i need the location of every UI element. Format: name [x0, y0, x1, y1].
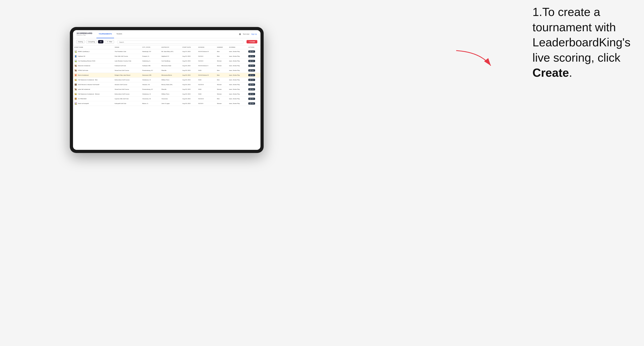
hosted-by-cell: Mt. Saint Mary (NY) — [160, 49, 181, 54]
gender-cell: Women — [216, 87, 228, 92]
date-cell: Aug 28, 2023 — [181, 82, 197, 87]
edit-icon — [250, 74, 251, 76]
tournaments-table: EVENT NAME VENUE CITY, STATE HOSTED BY S… — [73, 45, 260, 106]
event-name-cell: ⛳ Klash at Kokopelli — [74, 102, 112, 105]
edit-button[interactable]: Edit — [248, 55, 255, 57]
team-icon: ⛳ — [74, 102, 77, 105]
competing-filter-btn[interactable]: Competing — [86, 40, 97, 43]
edit-button[interactable]: Edit — [248, 69, 255, 72]
actions-cell: Edit — [247, 54, 260, 59]
hosted-by-cell: Pikeville — [160, 87, 181, 92]
edit-icon — [250, 84, 251, 85]
venue-cell: Kokopelli Golf Club — [113, 101, 141, 106]
hosted-by-cell: John A Logan — [160, 101, 181, 106]
scoring-cell: team, Stroke Play — [228, 97, 247, 101]
search-input[interactable] — [117, 40, 243, 44]
event-name-cell: 🦁 VU PREVIEW — [74, 97, 112, 100]
city-cell: Prestonsburg, KY — [141, 68, 160, 73]
edit-button[interactable]: Edit — [248, 74, 255, 76]
create-button[interactable]: + Create — [246, 40, 257, 43]
event-name: Fall Statesmen Invitational - Women — [78, 93, 100, 95]
actions-cell: Edit — [247, 101, 260, 106]
date-cell: Aug 28, 2023 — [181, 92, 197, 97]
table-row: ⛳ MSMC Qualifying 1 The Powelton Club Ne… — [73, 49, 260, 54]
actions-cell: Edit — [247, 82, 260, 87]
actions-cell: Edit — [247, 78, 260, 82]
team-icon: 🦁 — [74, 97, 77, 100]
venue-cell: Edmundson Golf Course — [113, 92, 141, 97]
scoring-cell: team, Stroke Play — [228, 82, 247, 87]
event-name-cell: ⛳ Carl Sandburg Women FA23 — [74, 60, 112, 62]
division-cell: NCAA Division II — [197, 63, 216, 68]
filter-icon-btn[interactable]: Filter — [105, 40, 114, 44]
date-cell: Aug 28, 2023 — [181, 73, 197, 78]
edit-icon — [250, 51, 251, 52]
edit-icon — [250, 79, 251, 81]
venue-cell: Ruttger's Bay Lake Resort — [113, 73, 141, 78]
division-cell: NJCAA II — [197, 97, 216, 101]
hosted-by-cell: Highland CC — [160, 54, 181, 59]
nav-tab-tournaments[interactable]: TOURNAMENTS — [96, 30, 114, 38]
division-cell: NAIA — [197, 68, 216, 73]
edit-button[interactable]: Edit — [248, 98, 255, 100]
gender-cell: Women — [216, 92, 228, 97]
hosting-filter-btn[interactable]: Hosting — [76, 40, 85, 43]
actions-cell: Edit — [247, 97, 260, 101]
division-cell: NJCAA I — [197, 59, 216, 63]
division-cell: NCAA Division III — [197, 49, 216, 54]
edit-button[interactable]: Edit — [248, 93, 255, 95]
table-header-row: EVENT NAME VENUE CITY, STATE HOSTED BY S… — [73, 45, 260, 49]
edit-icon — [250, 98, 251, 99]
annotation-text: 1.To create a tournament with Leaderboar… — [532, 4, 630, 81]
city-cell: Deerwood, MN — [141, 73, 160, 78]
gender-cell: Men — [216, 54, 228, 59]
edit-button[interactable]: Edit — [248, 65, 255, 67]
edit-button[interactable]: Edit — [248, 50, 255, 53]
date-cell: Aug 24, 2023 — [181, 49, 197, 54]
edit-button[interactable]: Edit — [248, 83, 255, 86]
table-row: 🐻 2023 Women's Hesston Fall Kickoff Hess… — [73, 82, 260, 87]
scoring-cell: team, Stroke Play — [228, 54, 247, 59]
event-name: Fall Statesmen Invitational - Men — [78, 79, 98, 81]
city-cell: Oskaloosa, IA — [141, 92, 160, 97]
event-name: Carl Sandburg Women FA23 — [78, 60, 95, 62]
edit-button[interactable]: Edit — [248, 79, 255, 81]
nav-signup-link[interactable]: Sign Up — [251, 33, 257, 35]
edit-icon — [250, 70, 251, 71]
venue-cell: Lake Bracken Country Club — [113, 59, 141, 63]
edit-button[interactable]: Edit — [248, 102, 255, 105]
event-name: MSMC Qualifying 1 — [78, 51, 90, 52]
gear-icon[interactable] — [239, 33, 241, 35]
event-name: upike fall invitational — [78, 89, 90, 90]
nav-bar: SCOREBOARD Powered by Clippr TOURNAMENTS… — [73, 30, 260, 38]
table-row: 🦁 VU PREVIEW Cypress Hills Golf Club Vin… — [73, 97, 260, 101]
scoring-cell: team, Stroke Play — [228, 87, 247, 92]
date-cell: Aug 28, 2023 — [181, 101, 197, 106]
actions-cell: Edit — [247, 59, 260, 63]
col-city-state: CITY, STATE — [141, 45, 160, 49]
city-cell: Marion, IL — [141, 101, 160, 106]
hosted-by-cell: Pikeville — [160, 68, 181, 73]
gender-cell: Men — [216, 97, 228, 101]
event-name-cell: 🐝 Fall Statesmen Invitational - Women — [74, 93, 112, 95]
event-name: Maverick Invitational — [78, 65, 90, 66]
event-name-cell: 👤 Highland 36 — [74, 55, 112, 58]
logo-area: SCOREBOARD Powered by Clippr — [76, 32, 92, 36]
all-filter-btn[interactable]: All — [98, 40, 103, 43]
edit-button[interactable]: Edit — [248, 88, 255, 90]
team-icon: 🐝 — [74, 93, 77, 95]
scoring-cell: team, Stroke Play — [228, 101, 247, 106]
col-start-date: START DATE — [181, 45, 197, 49]
nav-tab-teams[interactable]: TEAMS — [114, 30, 124, 38]
edit-icon — [250, 93, 251, 95]
actions-cell: Edit — [247, 68, 260, 73]
filter-icon — [106, 41, 108, 43]
event-name: UPIKE Fall Invite — [78, 70, 88, 71]
edit-icon — [250, 89, 251, 90]
tablet-screen: SCOREBOARD Powered by Clippr TOURNAMENTS… — [73, 30, 260, 150]
team-icon: 🐻 — [74, 83, 77, 86]
edit-button[interactable]: Edit — [248, 60, 255, 62]
venue-cell: Edmundson Golf Course — [113, 78, 141, 82]
team-icon: 🐂 — [74, 69, 77, 72]
venue-cell: StoneCrest Golf Course — [113, 87, 141, 92]
